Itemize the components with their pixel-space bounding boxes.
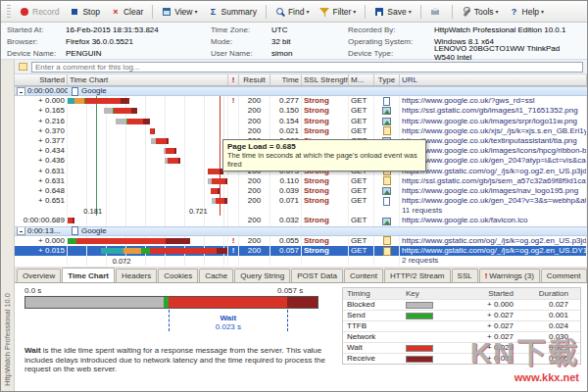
render-start-line: [96, 106, 97, 116]
column-header--[interactable]: !: [228, 74, 239, 85]
render-start-line: [96, 196, 97, 206]
tab-time-chart[interactable]: Time Chart: [62, 268, 115, 282]
column-header-type[interactable]: Type: [374, 74, 400, 85]
legend-timing: Wait: [343, 343, 406, 353]
legend-timing: TTFB: [343, 321, 406, 331]
stop-button[interactable]: Stop: [65, 4, 105, 20]
tab-label: Cookies: [164, 271, 192, 280]
bar-segment: [208, 169, 219, 174]
tab-label: Query String: [240, 271, 284, 280]
tools-button[interactable]: Tools▾: [457, 4, 504, 20]
clear-button[interactable]: ×Clear: [106, 4, 148, 20]
tab-post-data[interactable]: POST Data: [291, 269, 343, 282]
result-cell: 200: [239, 246, 270, 256]
time-chart-cell: [68, 117, 228, 126]
filter-button[interactable]: Filter▾: [315, 4, 361, 20]
toolbar-separator: [452, 5, 453, 19]
request-row[interactable]: + 0.2162000.154StrongGEThttps://www.goog…: [15, 117, 587, 126]
url-cell: https://www.google.co.uk/favicon.ico: [400, 216, 587, 225]
tab-warnings-3-[interactable]: !Warnings (3): [479, 269, 540, 282]
ssl-strength-cell: Strong: [302, 96, 349, 106]
request-row[interactable]: + 0.6482000.039StrongGEThttps://www.goog…: [15, 186, 587, 196]
warning-cell: [228, 186, 239, 196]
tab-cookies[interactable]: Cookies: [158, 269, 198, 282]
view-button[interactable]: View▾: [157, 4, 202, 20]
tab-headers[interactable]: Headers: [116, 269, 157, 282]
bar-segment: [68, 98, 74, 104]
print-button[interactable]: [425, 4, 448, 20]
info-value: 16-Feb-2015 18:31:53.824: [66, 25, 211, 34]
request-row[interactable]: + 0.1652000.150StrongGEThttps://ssl.gsta…: [15, 106, 587, 116]
url-cell: https://ssl.gstatic.com/gb/images/i1_716…: [400, 106, 587, 116]
warning-cell: [228, 117, 239, 126]
summary-button[interactable]: ΣSummary: [204, 4, 262, 20]
started-cell: + 0.648: [15, 186, 68, 196]
started-cell: + 0.631: [15, 167, 68, 176]
image-type-icon: [382, 107, 391, 115]
started-cell: + 0.631: [15, 176, 68, 186]
time-chart-cell: [68, 146, 228, 156]
bar-segment: [167, 138, 169, 144]
request-row[interactable]: 0:00:00.6892000.032StrongGEThttps://www.…: [15, 216, 587, 225]
column-header-time[interactable]: Time: [270, 74, 302, 85]
tab-query-string[interactable]: Query String: [234, 269, 290, 282]
tab-ssl[interactable]: SSL: [452, 269, 478, 282]
column-header-time-chart[interactable]: Time Chart: [68, 74, 228, 85]
tab-http-2-stream[interactable]: HTTP/2 Stream: [384, 269, 451, 282]
tab-comment[interactable]: Comment: [541, 269, 587, 282]
help-button[interactable]: ?Help▾: [505, 4, 550, 20]
legend-row: TTFB+ 0.0270.024: [343, 320, 580, 331]
request-row[interactable]: + 0.000!2000.055StrongGEThttps://www.gst…: [15, 236, 587, 246]
request-row[interactable]: + 0.6312000.110StrongGEThttps://ssl.gsta…: [15, 176, 587, 186]
bar-segment: [141, 248, 150, 254]
chevron-down-icon: ▾: [496, 8, 499, 15]
tab-content[interactable]: Content: [344, 269, 383, 282]
time-chart-panel: 0.0 s 0.057 s Wait 0.023 s TimingKeyStar…: [15, 283, 587, 391]
collapse-icon[interactable]: [17, 87, 25, 95]
tab-label: Overview: [23, 271, 55, 280]
tab-cache[interactable]: Cache: [199, 269, 233, 282]
record-label: Record: [32, 7, 59, 17]
render-start-line: [96, 176, 97, 186]
ssl-strength-cell: Strong: [302, 106, 349, 116]
legend-timing: Blocked: [343, 300, 406, 310]
tools-label: Tools: [474, 7, 494, 17]
summary-row[interactable]: 0.1810.72111 requests: [15, 206, 587, 216]
time-chart-cell: [68, 106, 228, 116]
page-group-row[interactable]: 0:00:13...Google: [15, 226, 587, 236]
find-icon: [275, 7, 285, 17]
ssl-strength-cell: [302, 206, 349, 216]
page-group-row[interactable]: 0:00:00.000Google: [15, 86, 587, 96]
request-row[interactable]: + 0.3702000.021StrongGEThttps://www.goog…: [15, 126, 587, 136]
collapse-icon[interactable]: [17, 227, 25, 235]
info-row: Started At:16-Feb-2015 18:31:53.824Time …: [7, 24, 581, 35]
page-load-line: [220, 206, 220, 216]
legend-header-key: Key: [406, 289, 457, 299]
request-row[interactable]: + 0.6512000.071StrongGEThttps://www.goog…: [15, 196, 587, 206]
ssl-strength-cell: Strong: [302, 216, 349, 225]
column-header-result[interactable]: Result: [239, 74, 270, 85]
column-header-url[interactable]: URL: [400, 74, 587, 85]
column-header-ssl-strength[interactable]: SSL Strength: [302, 74, 349, 85]
comment-input[interactable]: [31, 62, 583, 73]
brand-vertical-label: HttpWatch Professional 10.0: [3, 293, 12, 386]
find-button[interactable]: Find▾: [270, 4, 315, 20]
record-button[interactable]: Record: [15, 4, 64, 20]
type-cell: [374, 106, 400, 116]
info-value: simon: [271, 49, 348, 58]
url-cell: https://www.google.co.uk/images/srpr/log…: [400, 117, 587, 126]
info-label: Device Type:: [348, 49, 434, 58]
request-row[interactable]: + 0.000!2000.277StrongGEThttps://www.goo…: [15, 96, 587, 106]
column-header-m-[interactable]: M...: [349, 74, 374, 85]
result-cell: 200: [239, 186, 270, 196]
time-chart-cell: [68, 246, 228, 256]
tab-overview[interactable]: Overview: [17, 269, 61, 282]
toolbar: RecordStop×ClearView▾ΣSummaryFind▾Filter…: [1, 1, 587, 23]
save-button[interactable]: Save▾: [369, 4, 416, 20]
request-row[interactable]: + 0.015!2000.057StrongGEThttps://www.gst…: [15, 246, 587, 256]
time-cell: [270, 206, 302, 216]
summary-row[interactable]: 0.0722 requests: [15, 256, 587, 266]
bar-segment: [166, 238, 190, 244]
url-cell: https://www.google.co.uk/images/nav_logo…: [400, 186, 587, 196]
column-header-started[interactable]: Started: [15, 74, 68, 85]
